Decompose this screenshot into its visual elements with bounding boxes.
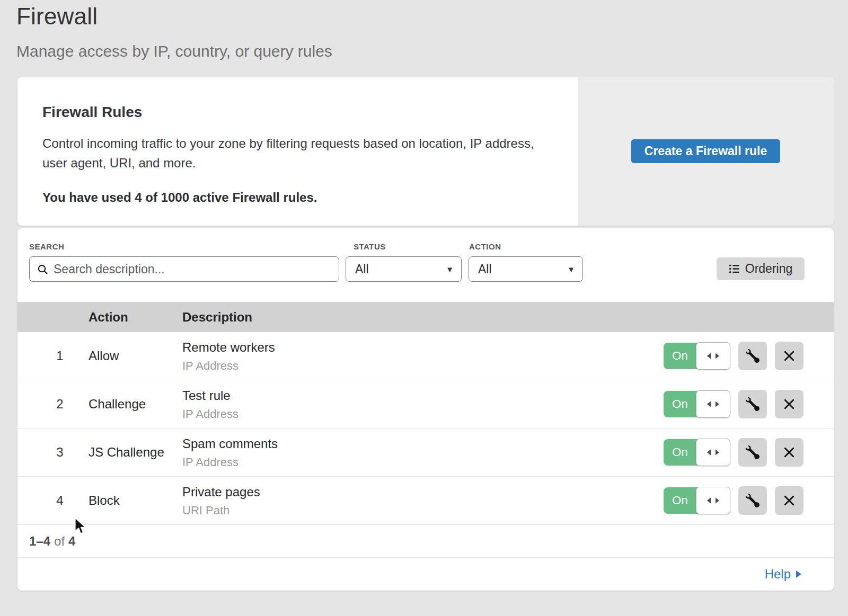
firewall-rules-card: Firewall Rules Control incoming traffic … xyxy=(17,77,834,226)
rule-toggle[interactable]: On xyxy=(664,391,730,417)
delete-rule-button[interactable] xyxy=(775,438,803,467)
rule-match-type: IP Address xyxy=(182,359,275,373)
table-row: 2 Challenge Test rule IP Address On xyxy=(17,380,834,428)
close-icon xyxy=(783,495,795,506)
delete-rule-button[interactable] xyxy=(775,390,803,418)
toggle-handle[interactable] xyxy=(696,342,730,370)
pagination-of: of xyxy=(54,534,65,549)
rule-match-type: URI Path xyxy=(182,504,260,517)
delete-rule-button[interactable] xyxy=(775,342,803,370)
table-row: 4 Block Private pages URI Path On xyxy=(17,477,834,525)
delete-rule-button[interactable] xyxy=(775,486,803,515)
rule-action: Challenge xyxy=(89,380,146,428)
rule-description: Remote workers xyxy=(182,340,275,355)
rule-priority: 1 xyxy=(49,332,70,380)
close-icon xyxy=(783,350,795,362)
help-link[interactable]: Help xyxy=(765,567,802,582)
rule-priority: 3 xyxy=(49,428,70,476)
action-label: ACTION xyxy=(469,242,501,251)
action-select[interactable]: All ▼ xyxy=(469,256,583,282)
page-title: Firewall xyxy=(16,3,98,30)
rules-card: SEARCH STATUS All ▼ ACTION All ▼ Orderin… xyxy=(17,228,834,591)
toggle-handle[interactable] xyxy=(696,487,730,514)
rule-action: Block xyxy=(89,477,120,524)
search-icon xyxy=(37,264,48,275)
action-select-value: All xyxy=(478,262,492,276)
toggle-handle[interactable] xyxy=(696,439,730,466)
rule-action: JS Challenge xyxy=(89,428,164,476)
edit-rule-button[interactable] xyxy=(738,438,767,467)
toggle-state-label: On xyxy=(664,487,696,514)
wrench-icon xyxy=(746,445,759,459)
edit-rule-button[interactable] xyxy=(738,390,767,418)
left-right-arrows-icon xyxy=(707,353,719,359)
rule-priority: 4 xyxy=(49,477,70,524)
search-input-wrapper xyxy=(29,256,339,282)
status-label: STATUS xyxy=(354,242,386,251)
table-body: 1 Allow Remote workers IP Address On xyxy=(17,332,834,525)
edit-rule-button[interactable] xyxy=(738,486,767,515)
chevron-down-icon: ▼ xyxy=(567,265,575,274)
wrench-icon xyxy=(746,397,759,411)
column-header-description: Description xyxy=(182,302,252,332)
rule-priority: 2 xyxy=(49,380,70,428)
toggle-state-label: On xyxy=(664,391,696,417)
table-row: 3 JS Challenge Spam comments IP Address … xyxy=(17,428,834,477)
ordering-button-label: Ordering xyxy=(745,262,792,276)
wrench-icon xyxy=(746,349,759,363)
page-subtitle: Manage access by IP, country, or query r… xyxy=(16,42,332,60)
ordering-button[interactable]: Ordering xyxy=(717,257,805,280)
table-row: 1 Allow Remote workers IP Address On xyxy=(17,332,834,380)
card-description: Control incoming traffic to your zone by… xyxy=(42,133,546,173)
ordered-list-icon xyxy=(729,263,740,274)
create-rule-panel: Create a Firewall rule xyxy=(578,77,834,226)
rule-description: Spam comments xyxy=(182,436,278,451)
toggle-handle[interactable] xyxy=(696,390,730,418)
card-footer: Help xyxy=(17,558,834,591)
status-select-value: All xyxy=(355,262,369,276)
rule-description: Test rule xyxy=(182,388,238,403)
table-header: Action Description xyxy=(17,302,834,332)
card-heading: Firewall Rules xyxy=(42,104,556,121)
search-label: SEARCH xyxy=(29,242,64,251)
toggle-state-label: On xyxy=(664,439,696,466)
edit-rule-button[interactable] xyxy=(738,342,767,370)
column-header-action: Action xyxy=(89,302,128,332)
rule-description-cell: Spam comments IP Address xyxy=(182,436,278,469)
rule-description-cell: Test rule IP Address xyxy=(182,388,238,421)
rule-toggle[interactable]: On xyxy=(664,343,730,369)
rule-toggle[interactable]: On xyxy=(664,487,730,514)
create-firewall-rule-button[interactable]: Create a Firewall rule xyxy=(631,139,780,163)
rule-description: Private pages xyxy=(182,485,260,499)
wrench-icon xyxy=(746,494,759,507)
rule-description-cell: Remote workers IP Address xyxy=(182,340,275,373)
left-right-arrows-icon xyxy=(707,401,719,407)
rule-match-type: IP Address xyxy=(182,407,238,421)
close-icon xyxy=(783,398,795,410)
rule-match-type: IP Address xyxy=(182,456,278,469)
firewall-rules-card-content: Firewall Rules Control incoming traffic … xyxy=(17,77,578,226)
pagination: 1–4 of 4 xyxy=(17,525,834,558)
pagination-range: 1–4 xyxy=(29,534,50,549)
chevron-down-icon: ▼ xyxy=(446,265,454,274)
close-icon xyxy=(783,447,795,458)
rule-description-cell: Private pages URI Path xyxy=(182,485,260,517)
left-right-arrows-icon xyxy=(707,497,719,504)
toggle-state-label: On xyxy=(664,343,696,369)
search-input[interactable] xyxy=(54,262,332,276)
status-select[interactable]: All ▼ xyxy=(346,256,462,282)
rule-toggle[interactable]: On xyxy=(664,439,730,466)
triangle-right-icon xyxy=(796,570,802,578)
help-link-label: Help xyxy=(765,567,791,582)
left-right-arrows-icon xyxy=(707,449,719,456)
firewall-page: Firewall Manage access by IP, country, o… xyxy=(0,0,848,616)
rule-action: Allow xyxy=(89,332,119,380)
usage-note: You have used 4 of 1000 active Firewall … xyxy=(42,190,556,205)
pagination-total: 4 xyxy=(68,534,75,549)
